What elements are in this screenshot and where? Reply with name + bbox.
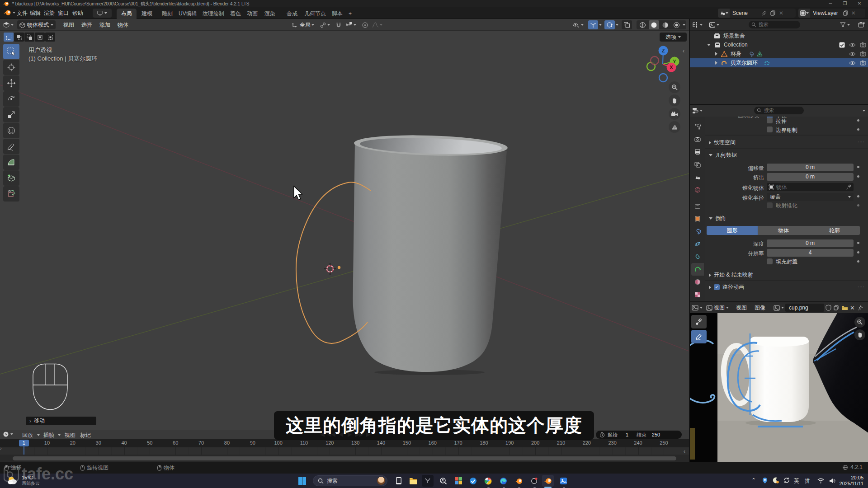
shading-rendered[interactable] xyxy=(671,20,682,29)
fake-user-shield-icon[interactable] xyxy=(826,305,831,311)
tab-texture-paint[interactable]: 纹理绘制 xyxy=(198,9,229,19)
tab-geometry-nodes[interactable]: 几何节点 xyxy=(300,9,330,19)
tray-sync-icon[interactable] xyxy=(782,476,791,485)
pan-hand-icon[interactable] xyxy=(669,94,680,106)
shading-solid[interactable] xyxy=(649,20,659,29)
depth-field[interactable]: 0 m xyxy=(767,239,854,247)
close-button[interactable]: ✕ xyxy=(853,0,866,7)
prop-tab-material[interactable] xyxy=(691,276,704,288)
taskbar-edge[interactable] xyxy=(497,475,509,487)
image-zoom-icon[interactable] xyxy=(854,317,865,328)
eye-icon[interactable] xyxy=(849,61,856,66)
taskbar-clock[interactable]: 20:05 2025/11/11 xyxy=(840,475,863,487)
image-menu-view[interactable]: 视图 xyxy=(733,304,750,312)
snap-magnet-icon[interactable] xyxy=(335,22,342,28)
pin-icon[interactable] xyxy=(761,10,767,16)
menu-file[interactable]: 文件 xyxy=(16,9,28,17)
grid-ortho-icon[interactable] xyxy=(669,121,680,133)
bevel-mode-profile[interactable]: 轮廓 xyxy=(809,226,860,235)
gizmos-toggle[interactable] xyxy=(588,20,598,29)
scene-canvas[interactable] xyxy=(0,31,689,430)
proportional-edit-icon[interactable] xyxy=(362,22,368,28)
tool-annotate[interactable] xyxy=(3,139,19,154)
prop-tab-scene[interactable] xyxy=(691,171,704,183)
prop-tab-physics[interactable] xyxy=(691,238,704,250)
viewport-menu-view[interactable]: 视图 xyxy=(60,21,77,29)
copy-icon[interactable] xyxy=(843,10,849,16)
tray-wifi-icon[interactable] xyxy=(817,478,824,483)
offset-field[interactable]: 0 m xyxy=(767,164,854,171)
shading-material[interactable] xyxy=(660,20,670,29)
prop-tab-data[interactable] xyxy=(691,263,704,276)
tab-render[interactable]: 渲染 xyxy=(260,9,280,19)
prop-tab-modifiers[interactable] xyxy=(691,225,704,238)
image-annotate-tool[interactable] xyxy=(691,330,707,343)
image-menu-image[interactable]: 图像 xyxy=(751,304,769,312)
tool-select-box[interactable] xyxy=(3,44,19,59)
tray-location-icon[interactable] xyxy=(760,476,769,485)
image-editor-icon[interactable] xyxy=(692,305,698,311)
copy-icon[interactable] xyxy=(833,305,840,311)
viewlayer-selector[interactable]: ViewLayer ✕ xyxy=(798,9,865,18)
copy-icon[interactable] xyxy=(770,10,776,16)
select-mode-tweak[interactable] xyxy=(4,33,14,42)
editor-type-icon[interactable] xyxy=(3,22,10,28)
prop-tab-world[interactable] xyxy=(691,183,704,196)
tab-uv[interactable]: UV编辑 xyxy=(174,9,202,19)
mode-dropdown[interactable]: 物体模式 xyxy=(17,20,56,29)
scene-selector[interactable]: Scene ✕ xyxy=(718,9,796,18)
taskbar-app-tiles[interactable] xyxy=(453,475,464,487)
navigation-gizmo[interactable]: Z Y X xyxy=(639,34,684,89)
orientation-label[interactable]: 全局 xyxy=(300,21,311,29)
taskbar-blender[interactable] xyxy=(513,475,524,487)
camera-icon[interactable] xyxy=(860,51,866,56)
eyedropper-icon[interactable] xyxy=(846,184,851,190)
show-hide-dropdown[interactable] xyxy=(571,20,585,29)
timeline-menu-keying[interactable]: 插帧 xyxy=(43,432,54,439)
minimize-button[interactable]: ─ xyxy=(824,0,837,7)
end-frame-value[interactable]: 250 xyxy=(649,432,663,437)
bevel-mode-round[interactable]: 圆形 xyxy=(707,226,758,235)
timeline-menu-playback[interactable]: 回放 xyxy=(22,432,33,439)
menu-render[interactable]: 渲染 xyxy=(43,9,56,17)
timeline-scrollbar[interactable] xyxy=(0,455,689,462)
timeline-type-dropdown[interactable] xyxy=(3,431,13,437)
bevel-panel[interactable]: 倒角 xyxy=(709,215,726,222)
viewlayer-icon[interactable] xyxy=(798,9,810,18)
tab-add[interactable]: + xyxy=(344,9,356,19)
bevel-mode-object[interactable]: 物体 xyxy=(758,226,809,235)
extrude-field[interactable]: 0 m xyxy=(767,173,854,181)
eye-icon[interactable] xyxy=(849,52,856,56)
tool-measure[interactable] xyxy=(3,155,19,170)
taskbar-chrome[interactable] xyxy=(482,475,494,487)
resolution-field[interactable]: 4 xyxy=(767,249,854,257)
tab-modeling[interactable]: 建模 xyxy=(137,9,157,19)
tool-cursor[interactable] xyxy=(3,60,19,75)
playhead-frame-badge[interactable]: 1 xyxy=(19,440,29,446)
tab-compositing[interactable]: 合成 xyxy=(282,9,302,19)
taskbar-phone-app[interactable] xyxy=(393,475,405,487)
open-folder-icon[interactable] xyxy=(841,305,848,311)
auto-keyframe-icon[interactable] xyxy=(599,432,605,438)
playhead-line[interactable] xyxy=(24,446,24,455)
texture-space-panel[interactable]: 纹理空间 xyxy=(709,139,736,146)
menu-help[interactable]: 帮助 xyxy=(71,9,84,17)
taskbar-app-search-person[interactable] xyxy=(437,475,449,487)
start-frame-value[interactable]: 1 xyxy=(620,432,634,437)
outliner-filter-dropdown[interactable] xyxy=(840,22,850,28)
unlink-icon[interactable]: ✕ xyxy=(850,305,855,311)
new-collection-icon[interactable] xyxy=(858,21,865,28)
start-end-panel[interactable]: 开始 & 结束映射 xyxy=(709,271,753,279)
fill-caps-checkbox[interactable] xyxy=(767,258,773,264)
maximize-button[interactable]: ❐ xyxy=(838,0,852,7)
shading-wireframe[interactable] xyxy=(637,20,648,29)
image-name-field[interactable]: cup.png xyxy=(785,304,824,312)
scene-name[interactable]: Scene xyxy=(730,10,750,16)
prop-tab-tool[interactable] xyxy=(691,120,704,133)
timeline-ruler[interactable]: 1020304050607080901001101201301401501601… xyxy=(0,439,689,447)
zoom-icon[interactable] xyxy=(669,81,680,93)
select-mode-extend[interactable] xyxy=(14,33,24,42)
viewport-menu-add[interactable]: 添加 xyxy=(96,21,113,29)
taper-object-field[interactable]: 物体 xyxy=(767,183,854,191)
outliner-row-bezier-circle[interactable]: 贝塞尔圆环 xyxy=(690,58,868,67)
